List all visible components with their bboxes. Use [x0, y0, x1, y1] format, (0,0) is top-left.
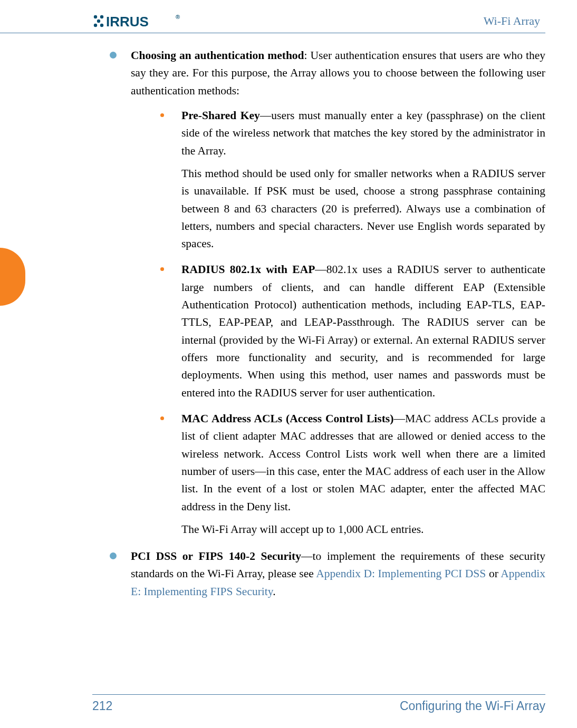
- bullet-icon: [110, 552, 117, 559]
- page-number: 212: [92, 699, 112, 713]
- svg-point-4: [97, 20, 100, 23]
- bullet-icon: [160, 113, 164, 117]
- link-appendix-d[interactable]: Appendix D: Implementing PCI DSS: [316, 567, 486, 580]
- sub-item-radius: RADIUS 802.1x with EAP—802.1x uses a RAD…: [131, 261, 545, 402]
- item-title: PCI DSS or FIPS 140-2 Security: [131, 550, 301, 562]
- footer-section-title: Configuring the Wi-Fi Array: [400, 699, 545, 713]
- header-product-name: Wi-Fi Array: [484, 14, 540, 28]
- svg-point-0: [94, 15, 97, 18]
- item-text-after: .: [273, 585, 275, 598]
- sub-text: —802.1x uses a RADIUS server to authenti…: [181, 263, 545, 399]
- sub-item-psk: Pre-Shared Key—users must manually enter…: [131, 107, 545, 253]
- page-footer: 212 Configuring the Wi-Fi Array: [92, 694, 545, 713]
- bullet-icon: [160, 416, 164, 420]
- list-item-pci-fips: PCI DSS or FIPS 140-2 Security—to implem…: [105, 548, 545, 600]
- sub-title: MAC Address ACLs (Access Control Lists): [181, 412, 393, 425]
- svg-text:®: ®: [176, 14, 180, 20]
- svg-text:IRRUS: IRRUS: [106, 14, 149, 30]
- svg-point-3: [100, 24, 103, 27]
- sub-title: Pre-Shared Key: [181, 109, 260, 122]
- svg-point-1: [94, 24, 97, 27]
- list-item-auth-method: Choosing an authentication method: User …: [105, 47, 545, 538]
- sub-text-extra: The Wi-Fi Array will accept up to 1,000 …: [181, 521, 545, 538]
- body-content: Choosing an authentication method: User …: [0, 47, 545, 600]
- sub-text: —MAC address ACLs provide a list of clie…: [181, 412, 545, 513]
- item-text-mid: or: [486, 567, 501, 580]
- item-title: Choosing an authentication method: [131, 49, 304, 62]
- sub-item-mac-acl: MAC Address ACLs (Access Control Lists)—…: [131, 410, 545, 538]
- bullet-icon: [110, 52, 117, 59]
- sub-text-extra: This method should be used only for smal…: [181, 165, 545, 253]
- sub-title: RADIUS 802.1x with EAP: [181, 263, 315, 276]
- page-header: IRRUS ® Wi-Fi Array: [0, 13, 545, 33]
- bullet-icon: [160, 267, 164, 271]
- svg-point-2: [100, 15, 103, 18]
- xirrus-logo: IRRUS ®: [92, 13, 182, 30]
